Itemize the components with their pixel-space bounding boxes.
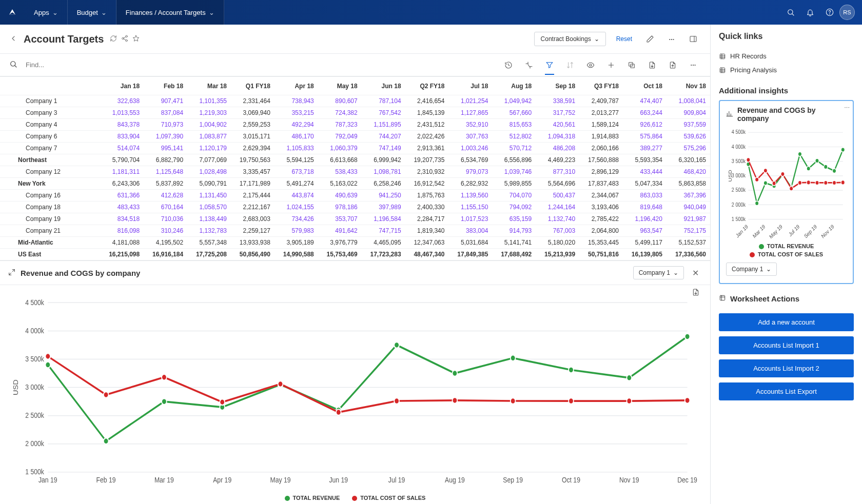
cell[interactable]: 914,793	[492, 225, 536, 237]
cell[interactable]: 367,396	[667, 190, 710, 201]
cell[interactable]: 1,132,740	[536, 213, 579, 225]
insight-company-selector[interactable]: Company 1 ⌄	[726, 263, 777, 276]
cell[interactable]: 1,094,318	[536, 131, 579, 143]
column-header[interactable]: May 18	[318, 77, 362, 95]
row-label[interactable]: Company 1	[0, 95, 100, 107]
cell[interactable]: 1,004,902	[187, 119, 231, 131]
cell[interactable]: 1,024,155	[275, 201, 318, 213]
cell[interactable]: 1,139,560	[448, 190, 492, 201]
cell[interactable]: 1,058,570	[187, 201, 231, 213]
column-header[interactable]: ▼Mar 18	[187, 77, 231, 95]
more-icon[interactable]: ···	[664, 35, 679, 43]
worksheet-action-button[interactable]: Accounts List Export	[719, 382, 854, 400]
cell[interactable]: 486,208	[536, 143, 579, 154]
cell[interactable]: 663,244	[623, 107, 667, 119]
column-header[interactable]: Q1 FY18	[231, 77, 275, 95]
cell[interactable]: 500,437	[536, 190, 579, 201]
cell[interactable]: 322,638	[100, 95, 144, 107]
column-header[interactable]: Aug 18	[492, 77, 536, 95]
copy-icon[interactable]	[624, 61, 639, 69]
cell[interactable]: 794,092	[492, 201, 536, 213]
cell[interactable]: 747,715	[362, 225, 405, 237]
cell[interactable]: 514,074	[100, 143, 144, 154]
edit-icon[interactable]	[642, 35, 658, 43]
more-icon[interactable]: ···	[685, 61, 701, 69]
plus-icon[interactable]	[603, 61, 619, 69]
cell[interactable]: 926,612	[623, 119, 667, 131]
cell[interactable]: 843,378	[100, 119, 144, 131]
cell[interactable]: 1,138,449	[187, 213, 231, 225]
cell[interactable]: 310,246	[144, 225, 187, 237]
cell[interactable]: 468,420	[667, 166, 710, 178]
contract-bookings-dropdown[interactable]: Contract Bookings ⌄	[534, 32, 606, 46]
column-header[interactable]: Jan 18	[100, 77, 144, 95]
cell[interactable]: 752,175	[667, 225, 710, 237]
cell[interactable]: 443,874	[275, 190, 318, 201]
cell[interactable]: 963,547	[623, 225, 667, 237]
quick-link[interactable]: Pricing Analysis	[719, 63, 854, 77]
cell[interactable]: 570,712	[492, 143, 536, 154]
column-header[interactable]: Jun 18	[362, 77, 405, 95]
cell[interactable]: 787,323	[318, 119, 362, 131]
cell[interactable]: 1,017,523	[448, 213, 492, 225]
cell[interactable]: 978,186	[318, 201, 362, 213]
row-label[interactable]: Company 7	[0, 143, 100, 154]
cell[interactable]: 1,039,746	[492, 166, 536, 178]
cell[interactable]: 538,433	[318, 166, 362, 178]
cell[interactable]: 1,120,179	[187, 143, 231, 154]
cell[interactable]: 1,049,942	[492, 95, 536, 107]
filter-icon[interactable]	[542, 61, 557, 69]
column-header[interactable]: Jul 18	[448, 77, 492, 95]
cell[interactable]: 486,170	[275, 131, 318, 143]
cell[interactable]: 631,366	[100, 190, 144, 201]
cell[interactable]: 1,101,355	[187, 95, 231, 107]
cell[interactable]: 738,943	[275, 95, 318, 107]
cell[interactable]: 389,277	[623, 143, 667, 154]
cell[interactable]: 767,003	[536, 225, 579, 237]
import-icon[interactable]	[665, 61, 680, 69]
cell[interactable]: 710,973	[144, 119, 187, 131]
history-icon[interactable]	[501, 61, 516, 69]
column-header[interactable]: Q3 FY18	[579, 77, 623, 95]
cell[interactable]: 863,033	[623, 190, 667, 201]
worksheet-action-button[interactable]: Accounts List Import 2	[719, 359, 854, 377]
more-icon[interactable]: ···	[844, 103, 850, 111]
column-header[interactable]: Q2 FY18	[405, 77, 449, 95]
cell[interactable]: 1,098,781	[362, 166, 405, 178]
cell[interactable]: 995,141	[144, 143, 187, 154]
cell[interactable]: 1,196,584	[362, 213, 405, 225]
search-icon[interactable]	[781, 8, 800, 16]
row-label[interactable]: Company 12	[0, 166, 100, 178]
cell[interactable]: 1,097,390	[144, 131, 187, 143]
row-label[interactable]: Company 19	[0, 213, 100, 225]
row-label[interactable]: Company 16	[0, 190, 100, 201]
chart-export-icon[interactable]	[692, 288, 700, 298]
refresh-icon[interactable]	[110, 35, 117, 44]
row-label[interactable]: Company 4	[0, 119, 100, 131]
cell[interactable]: 907,471	[144, 95, 187, 107]
star-icon[interactable]	[132, 35, 140, 44]
nav-breadcrumb[interactable]: Finances / Account Targets ⌄	[116, 0, 224, 25]
cell[interactable]: 1,151,895	[362, 119, 405, 131]
cell[interactable]: 1,181,311	[100, 166, 144, 178]
bell-icon[interactable]	[800, 8, 820, 16]
cell[interactable]: 979,073	[448, 166, 492, 178]
row-label[interactable]: New York	[0, 178, 100, 190]
column-header[interactable]	[0, 77, 100, 95]
back-chevron-icon[interactable]	[9, 34, 17, 44]
cell[interactable]: 704,070	[492, 190, 536, 201]
chart-company-selector[interactable]: Company 1 ⌄	[633, 266, 684, 279]
cell[interactable]: 490,639	[318, 190, 362, 201]
cell[interactable]: 579,983	[275, 225, 318, 237]
column-header[interactable]: Feb 18	[144, 77, 187, 95]
row-label[interactable]: Company 21	[0, 225, 100, 237]
cell[interactable]: 909,804	[667, 107, 710, 119]
cell[interactable]: 921,987	[667, 213, 710, 225]
cell[interactable]: 1,219,303	[187, 107, 231, 119]
sort-icon[interactable]	[562, 61, 578, 69]
cell[interactable]: 819,648	[623, 201, 667, 213]
column-header[interactable]: Apr 18	[275, 77, 318, 95]
cell[interactable]: 792,049	[318, 131, 362, 143]
cell[interactable]: 1,127,865	[448, 107, 492, 119]
nav-budget[interactable]: Budget ⌄	[68, 0, 116, 25]
